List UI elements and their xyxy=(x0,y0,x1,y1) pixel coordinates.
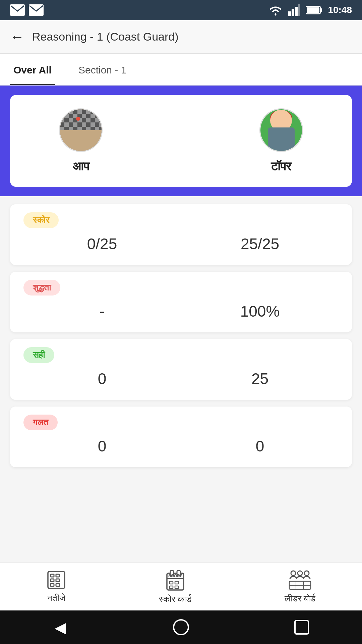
correct-card: सही 0 25 xyxy=(10,339,352,400)
svg-rect-5 xyxy=(298,4,300,16)
svg-rect-11 xyxy=(56,574,59,577)
topper-score: 25/25 xyxy=(181,235,339,253)
correct-badge: सही xyxy=(23,347,54,363)
stats-container: स्कोर 0/25 25/25 शुद्धता - 100% सही 0 25… xyxy=(0,204,362,467)
svg-rect-15 xyxy=(56,584,59,586)
tab-section1[interactable]: Section - 1 xyxy=(75,54,130,85)
score-badge: स्कोर xyxy=(23,212,59,228)
nav-leaderboard[interactable]: लीडर बोर्ड xyxy=(285,570,315,604)
page-title: Reasoning - 1 (Coast Guard) xyxy=(32,30,179,43)
tab-bar: Over All Section - 1 xyxy=(0,54,362,86)
topper-avatar xyxy=(259,108,303,152)
svg-rect-2 xyxy=(288,11,291,16)
time-display: 10:48 xyxy=(328,5,352,15)
wrong-badge: गलत xyxy=(23,415,58,430)
mail-icon-2 xyxy=(29,4,44,16)
wrong-card: गलत 0 0 xyxy=(10,407,352,467)
svg-point-26 xyxy=(298,571,302,576)
svg-rect-0 xyxy=(10,4,25,16)
accuracy-badge: शुद्धता xyxy=(23,280,60,296)
topper-wrong: 0 xyxy=(181,437,339,455)
wrong-row: 0 0 xyxy=(23,437,339,455)
user-wrong: 0 xyxy=(23,437,181,455)
system-home-icon xyxy=(173,619,189,635)
score-card: स्कोर 0/25 25/25 xyxy=(10,204,352,265)
accuracy-row: - 100% xyxy=(23,302,339,320)
svg-rect-4 xyxy=(295,7,298,16)
signal-icon xyxy=(288,4,300,16)
system-navigation: ◀ xyxy=(0,610,362,644)
svg-point-27 xyxy=(304,571,309,576)
user-correct: 0 xyxy=(23,370,181,388)
battery-icon xyxy=(306,5,322,15)
svg-rect-14 xyxy=(51,584,54,586)
system-back-button[interactable]: ◀ xyxy=(52,619,69,636)
mail-icon-1 xyxy=(10,4,25,16)
scorecard-label: स्कोर कार्ड xyxy=(159,594,191,604)
svg-rect-7 xyxy=(320,8,322,12)
results-label: नतीजे xyxy=(47,593,65,603)
user-score: 0/25 xyxy=(23,235,181,253)
top-navigation: ← Reasoning - 1 (Coast Guard) xyxy=(0,20,362,54)
comparison-card: आप टॉपर xyxy=(10,95,352,187)
svg-rect-22 xyxy=(170,586,173,589)
user-label: आप xyxy=(73,159,89,173)
comparison-banner: आप टॉपर xyxy=(0,86,362,196)
svg-rect-10 xyxy=(51,574,54,577)
svg-point-25 xyxy=(291,571,296,576)
scorecard-icon: SCORE xyxy=(166,569,185,591)
svg-rect-13 xyxy=(56,579,59,582)
user-avatar xyxy=(59,108,103,152)
topper-accuracy: 100% xyxy=(181,302,339,320)
results-icon xyxy=(47,570,66,590)
accuracy-card: शुद्धता - 100% xyxy=(10,272,352,332)
user-accuracy: - xyxy=(23,302,181,320)
svg-rect-1 xyxy=(29,4,44,16)
status-bar: 10:48 xyxy=(0,0,362,20)
svg-text:SCORE: SCORE xyxy=(168,574,183,578)
score-row: 0/25 25/25 xyxy=(23,235,339,253)
tab-overall[interactable]: Over All xyxy=(10,54,55,85)
system-back-icon: ◀ xyxy=(55,619,66,636)
back-button[interactable]: ← xyxy=(10,30,24,44)
svg-rect-8 xyxy=(307,7,319,13)
leaderboard-icon xyxy=(289,570,311,590)
svg-rect-3 xyxy=(292,9,294,16)
bottom-navigation: नतीजे SCORE स्कोर कार्ड xyxy=(0,562,362,610)
correct-row: 0 25 xyxy=(23,370,339,388)
status-indicators: 10:48 xyxy=(268,4,352,16)
topper-label: टॉपर xyxy=(271,159,291,173)
comparison-divider xyxy=(181,121,181,161)
system-home-button[interactable] xyxy=(173,619,189,636)
svg-rect-21 xyxy=(175,581,178,584)
system-recents-button[interactable] xyxy=(293,619,310,636)
topper-column: टॉपर xyxy=(259,108,303,173)
svg-rect-12 xyxy=(51,579,54,582)
system-recents-icon xyxy=(294,620,309,635)
nav-results[interactable]: नतीजे xyxy=(47,570,66,603)
leaderboard-label: लीडर बोर्ड xyxy=(285,593,315,604)
topper-correct: 25 xyxy=(181,370,339,388)
nav-scorecard[interactable]: SCORE स्कोर कार्ड xyxy=(159,569,191,604)
user-column: आप xyxy=(59,108,103,173)
wifi-icon xyxy=(268,4,283,16)
svg-rect-20 xyxy=(170,581,173,584)
svg-rect-23 xyxy=(175,586,178,589)
status-icons xyxy=(10,4,44,16)
